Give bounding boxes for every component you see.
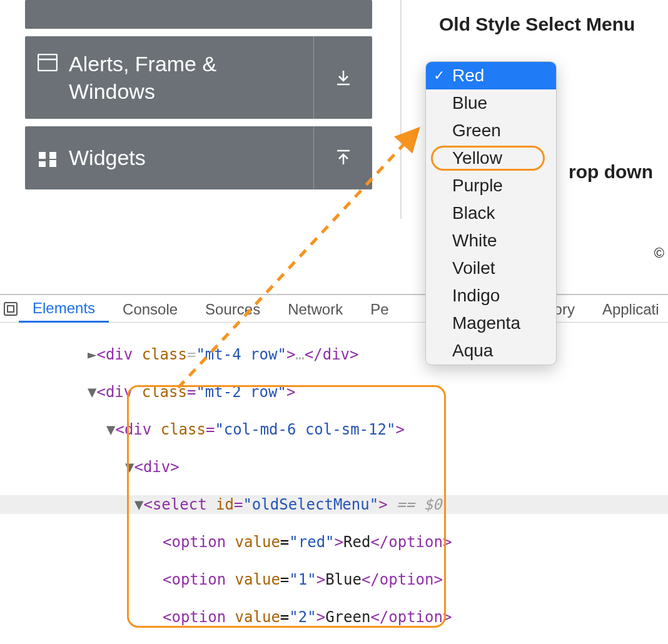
panel-widgets-header[interactable]: Widgets (25, 126, 313, 189)
dom-select-line[interactable]: ▼<select id="oldSelectMenu"> == $0 (0, 495, 668, 514)
tab-sources[interactable]: Sources (191, 296, 274, 322)
option-magenta[interactable]: Magenta (426, 309, 556, 337)
svg-rect-3 (49, 152, 56, 159)
option-yellow-label: Yellow (452, 148, 556, 168)
download-icon (334, 68, 353, 87)
option-black[interactable]: Black (426, 199, 556, 227)
panel-widgets[interactable]: Widgets (25, 126, 372, 189)
option-green[interactable]: Green (426, 117, 556, 144)
column-separator (400, 0, 402, 219)
dom-option-green[interactable]: <option value="2">Green</option> (0, 608, 668, 626)
svg-rect-4 (39, 161, 46, 167)
devtools-dom-tree[interactable]: ►<div class="mt-4 row">…</div> ▼<div cla… (0, 323, 668, 644)
option-aqua[interactable]: Aqua (426, 337, 556, 365)
option-aqua-label: Aqua (452, 341, 556, 361)
window-icon (38, 54, 58, 71)
dom-col-div[interactable]: ▼<div class="col-md-6 col-sm-12"> (0, 420, 668, 439)
dom-inner-div[interactable]: ▼<div> (0, 458, 668, 476)
panel-alerts-header[interactable]: Alerts, Frame & Windows (25, 36, 313, 119)
dropdown-partial-text: rop down (569, 161, 653, 183)
option-black-label: Black (452, 203, 556, 223)
select-menu-heading: Old Style Select Menu (439, 14, 635, 35)
inspect-icon[interactable] (3, 301, 19, 317)
tab-application[interactable]: Applicati (589, 296, 668, 322)
option-indigo[interactable]: Indigo (426, 282, 556, 309)
option-yellow[interactable]: Yellow (426, 144, 556, 172)
copyright-symbol: © (654, 245, 664, 261)
expand-icon[interactable]: ▼ (88, 383, 96, 401)
option-voilet[interactable]: Voilet (426, 254, 556, 282)
dom-stub-line[interactable]: ►<div class="mt-4 row">…</div> (0, 345, 668, 364)
tab-elements[interactable]: Elements (19, 294, 109, 323)
svg-rect-0 (38, 54, 57, 71)
dom-option-red[interactable]: <option value="red">Red</option> (0, 533, 668, 551)
svg-rect-5 (49, 160, 56, 167)
tab-console[interactable]: Console (109, 296, 191, 322)
panel-widgets-title: Widgets (69, 144, 146, 171)
upload-icon (334, 148, 353, 167)
tab-performance[interactable]: Pe (357, 296, 402, 322)
option-indigo-label: Indigo (452, 286, 556, 306)
panel-alerts-toggle[interactable] (313, 36, 372, 119)
panel-collapsed-stub[interactable] (25, 0, 372, 29)
svg-rect-8 (8, 306, 14, 312)
option-purple-label: Purple (452, 176, 556, 196)
checkmark-icon: ✓ (426, 68, 452, 84)
option-white-label: White (452, 231, 556, 251)
panel-alerts[interactable]: Alerts, Frame & Windows (25, 36, 372, 119)
dom-row-div[interactable]: ▼<div class="mt-2 row"> (0, 383, 668, 401)
expand-icon[interactable]: ▼ (134, 496, 143, 513)
devtools-tabbar: Elements Console Sources Network Pe ory … (0, 295, 668, 323)
panel-alerts-title: Alerts, Frame & Windows (69, 50, 301, 105)
option-magenta-label: Magenta (452, 313, 556, 333)
svg-rect-2 (39, 152, 46, 159)
svg-rect-7 (4, 303, 17, 315)
sidebar-panels: Alerts, Frame & Windows Widgets (25, 0, 372, 197)
panel-widgets-toggle[interactable] (313, 126, 372, 189)
option-blue[interactable]: Blue (426, 89, 556, 117)
expand-icon[interactable]: ▼ (106, 421, 115, 438)
option-white[interactable]: White (426, 227, 556, 254)
option-green-label: Green (452, 121, 556, 141)
widgets-icon (38, 151, 58, 168)
devtools-panel: Elements Console Sources Network Pe ory … (0, 294, 668, 644)
option-purple[interactable]: Purple (426, 172, 556, 199)
dom-option-blue[interactable]: <option value="1">Blue</option> (0, 570, 668, 589)
expand-icon[interactable]: ▼ (125, 458, 134, 476)
option-blue-label: Blue (452, 93, 556, 113)
old-select-menu-popup[interactable]: ✓ Red Blue Green Yellow Purple Black Whi… (425, 61, 557, 365)
option-red-label: Red (452, 66, 556, 86)
option-voilet-label: Voilet (452, 258, 556, 278)
tab-network[interactable]: Network (274, 296, 357, 322)
option-red[interactable]: ✓ Red (426, 62, 556, 89)
